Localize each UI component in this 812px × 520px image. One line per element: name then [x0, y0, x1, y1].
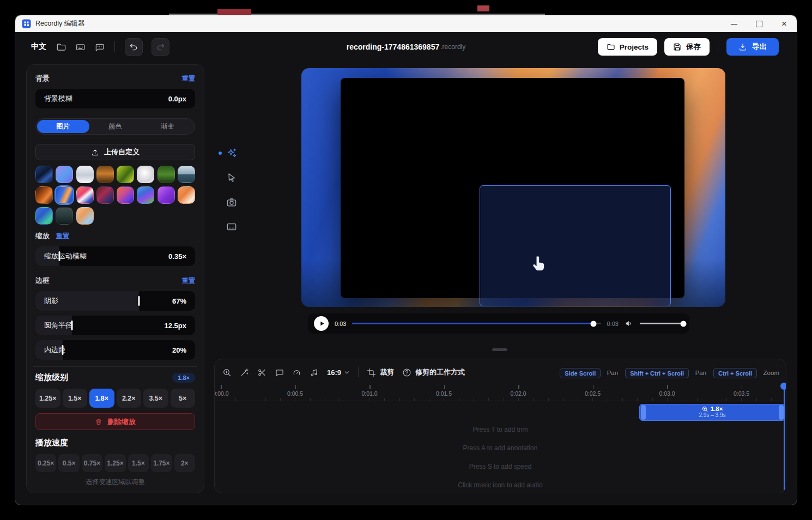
speed-options: 0.25×0.5×0.75×1.25×1.5×1.75×2× [35, 454, 195, 472]
zoom-level-option[interactable]: 2.2× [117, 389, 142, 408]
video-preview[interactable] [301, 68, 725, 307]
zoom-title: 缩放 [35, 231, 50, 241]
close-button[interactable]: × [772, 15, 797, 32]
projects-button[interactable]: Projects [598, 38, 657, 56]
speed-option[interactable]: 2× [174, 454, 195, 472]
clip-right-handle[interactable] [779, 405, 784, 420]
zoom-level-option[interactable]: 1.5× [63, 389, 88, 408]
seek-thumb[interactable] [590, 321, 596, 326]
background-thumbnail[interactable] [137, 166, 154, 183]
zoom-selection-rect[interactable] [480, 185, 671, 306]
feedback-icon[interactable] [94, 42, 105, 52]
open-file-icon[interactable] [56, 42, 66, 52]
playhead-line[interactable] [784, 385, 785, 492]
speed-option[interactable]: 0.25× [35, 454, 56, 472]
background-thumbnail[interactable] [76, 166, 94, 183]
timeline-ruler[interactable]: 0:00.0 0:00.5 0:01.0 0:01.5 0:02.0 0:02.… [215, 385, 786, 401]
background-thumbnails [35, 166, 195, 225]
background-thumbnail[interactable] [96, 186, 114, 204]
language-toggle[interactable]: 中文 [30, 41, 47, 53]
upload-custom-label: 上传自定义 [104, 147, 140, 157]
speedometer-icon[interactable] [292, 368, 301, 377]
background-thumbnail[interactable] [35, 186, 53, 204]
seek-bar[interactable] [352, 323, 601, 324]
background-thumbnail[interactable] [157, 166, 175, 183]
speed-option[interactable]: 0.5× [58, 454, 79, 472]
maximize-button[interactable] [747, 15, 772, 32]
background-thumbnail[interactable] [56, 186, 73, 204]
speed-option[interactable]: 1.75× [151, 454, 172, 472]
background-thumbnail[interactable] [76, 207, 94, 225]
background-thumbnail[interactable] [56, 166, 73, 183]
keyboard-shortcuts-icon[interactable] [75, 42, 86, 52]
screenshot-tool[interactable] [226, 196, 238, 208]
background-type-tab[interactable]: 渐变 [141, 120, 193, 133]
border-title: 边框 [35, 276, 50, 286]
playhead-marker[interactable] [780, 383, 786, 390]
background-thumbnail[interactable] [157, 186, 175, 204]
background-thumbnail[interactable] [178, 166, 195, 183]
export-download-icon [738, 43, 747, 51]
zoom-motion-blur-slider[interactable]: 缩放运动模糊 0.35× [35, 246, 195, 266]
background-thumbnail[interactable] [137, 186, 154, 204]
background-type-tab[interactable]: 颜色 [89, 120, 142, 133]
volume-slider[interactable] [640, 323, 683, 324]
toolbar-right: Projects 保存 导出 [598, 32, 779, 62]
captions-tool[interactable] [226, 221, 238, 233]
play-button[interactable] [314, 316, 329, 331]
slider-thumb[interactable] [138, 296, 140, 306]
background-thumbnail[interactable] [178, 186, 195, 204]
speaker-icon[interactable] [625, 319, 634, 328]
magic-wand-icon[interactable] [240, 368, 249, 377]
redo-button[interactable] [152, 38, 169, 56]
tick-mark [295, 385, 296, 389]
file-extension: .recordly [440, 43, 465, 51]
background-thumbnail[interactable] [56, 207, 73, 225]
tick-mark [221, 385, 222, 389]
aspect-ratio-dropdown[interactable]: 16:9 [327, 368, 350, 377]
border-slider[interactable]: 内边距 20% [35, 340, 195, 360]
zoom-reset-link[interactable]: 重置 [56, 232, 69, 241]
tick-label: 0:00.0 [214, 390, 229, 397]
border-reset-link[interactable]: 重置 [182, 276, 195, 286]
upload-custom-button[interactable]: 上传自定义 [35, 144, 195, 160]
background-thumbnail[interactable] [117, 166, 134, 183]
undo-button[interactable] [125, 38, 143, 56]
crop-button[interactable]: 裁剪 [367, 367, 394, 377]
background-thumbnail[interactable] [35, 207, 53, 225]
minimize-button[interactable]: — [722, 15, 747, 32]
file-name: recording-1774861369857 [347, 43, 439, 51]
speed-option[interactable]: 0.75× [82, 454, 102, 472]
background-thumbnail[interactable] [35, 166, 53, 183]
background-blur-slider[interactable]: 背景模糊 0.0px [35, 89, 195, 108]
scissors-icon[interactable] [257, 368, 266, 377]
timeline-zoom-in-icon[interactable] [222, 368, 232, 377]
save-button[interactable]: 保存 [664, 38, 710, 56]
zoom-level-option[interactable]: 1.8× [89, 389, 114, 408]
export-button[interactable]: 导出 [726, 38, 779, 56]
zoom-level-option[interactable]: 3.5× [143, 389, 168, 408]
ruler-tick: 0:00.5 [295, 385, 370, 401]
border-sliders: 阴影 67% 圆角半径 12.5px 内边距 20% [35, 291, 195, 360]
delete-zoom-button[interactable]: 删除缩放 [35, 413, 195, 430]
background-thumbnail[interactable] [96, 166, 114, 183]
annotation-icon[interactable] [275, 368, 284, 377]
ai-effects-tool[interactable] [226, 147, 238, 159]
music-note-icon[interactable] [310, 368, 319, 377]
background-type-tab[interactable]: 图片 [37, 120, 89, 133]
background-reset-link[interactable]: 重置 [182, 74, 195, 83]
volume-thumb[interactable] [681, 321, 687, 326]
background-thumbnail[interactable] [117, 186, 134, 204]
trim-help-button[interactable]: 修剪的工作方式 [402, 367, 465, 377]
panel-resize-handle[interactable] [492, 348, 507, 351]
cursor-tool[interactable] [226, 172, 238, 184]
zoom-level-option[interactable]: 5× [171, 389, 196, 408]
clip-left-handle[interactable] [641, 405, 646, 420]
zoom-clip[interactable]: 1.8× 2.9s – 3.9s [639, 404, 785, 421]
border-slider[interactable]: 阴影 67% [35, 291, 195, 311]
zoom-level-option[interactable]: 1.25× [35, 389, 60, 408]
speed-option[interactable]: 1.5× [128, 454, 149, 472]
border-slider[interactable]: 圆角半径 12.5px [35, 316, 195, 335]
background-thumbnail[interactable] [76, 186, 94, 204]
speed-option[interactable]: 1.25× [105, 454, 125, 472]
